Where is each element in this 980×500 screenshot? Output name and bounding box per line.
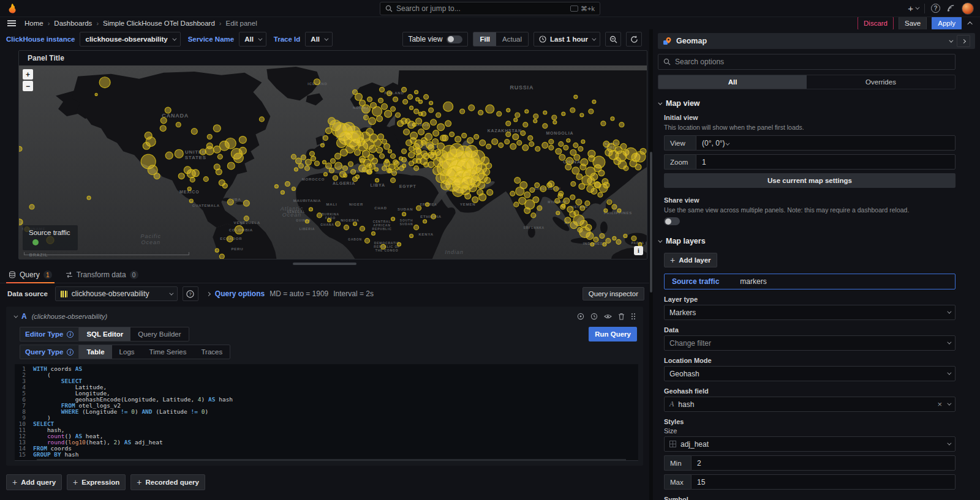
map-marker[interactable]: [543, 124, 548, 129]
map-marker[interactable]: [178, 173, 184, 179]
map-marker[interactable]: [478, 110, 483, 115]
map-marker[interactable]: [600, 234, 605, 239]
tab-query[interactable]: Query 1: [9, 267, 52, 283]
map-marker[interactable]: [408, 121, 415, 129]
map-marker[interactable]: [558, 193, 563, 198]
map-marker[interactable]: [381, 244, 386, 249]
map-marker[interactable]: [589, 109, 594, 114]
map-marker[interactable]: [624, 234, 627, 238]
map-marker[interactable]: [402, 88, 407, 92]
map-marker[interactable]: [506, 132, 511, 137]
map-marker[interactable]: [314, 79, 320, 85]
add-query-button[interactable]: +Add query: [6, 474, 62, 490]
map-marker[interactable]: [483, 168, 490, 176]
map-marker[interactable]: [567, 138, 570, 142]
map-marker[interactable]: [492, 138, 498, 144]
map-marker[interactable]: [414, 109, 419, 114]
map-marker[interactable]: [395, 166, 399, 170]
map-marker[interactable]: [382, 166, 387, 171]
viz-picker-chevron-icon[interactable]: [949, 38, 953, 42]
map-marker[interactable]: [311, 156, 315, 161]
remove-query-icon[interactable]: [618, 313, 625, 320]
map-marker[interactable]: [426, 203, 429, 206]
map-marker[interactable]: [362, 105, 371, 113]
map-layers-section-header[interactable]: Map layers: [658, 237, 975, 245]
map-marker[interactable]: [396, 113, 401, 118]
map-marker[interactable]: [510, 191, 515, 196]
geohash-field-select[interactable]: Ahash×: [664, 397, 956, 412]
map-marker[interactable]: [418, 129, 424, 135]
map-marker[interactable]: [192, 170, 199, 177]
map-marker[interactable]: [398, 242, 401, 246]
query-history-icon[interactable]: [590, 313, 598, 320]
map-marker[interactable]: [176, 122, 181, 127]
size-field-select[interactable]: adj_heat: [664, 436, 956, 452]
map-marker[interactable]: [335, 153, 341, 159]
map-marker[interactable]: [216, 169, 222, 175]
map-marker[interactable]: [606, 238, 611, 243]
map-marker[interactable]: [506, 121, 511, 126]
map-marker[interactable]: [244, 216, 249, 221]
map-marker[interactable]: [537, 206, 542, 211]
map-marker[interactable]: [87, 196, 91, 200]
map-marker[interactable]: [187, 187, 191, 190]
map-marker[interactable]: [605, 149, 612, 156]
map-marker[interactable]: [419, 100, 423, 103]
map-marker[interactable]: [335, 162, 342, 170]
map-marker[interactable]: [535, 146, 540, 151]
tab-all-options[interactable]: All: [658, 75, 807, 89]
map-marker[interactable]: [336, 222, 341, 226]
map-marker[interactable]: [99, 77, 110, 88]
map-marker[interactable]: [143, 142, 150, 149]
map-marker[interactable]: [556, 148, 562, 154]
menu-icon[interactable]: [7, 20, 16, 26]
map-marker[interactable]: [227, 199, 233, 205]
tab-overrides[interactable]: Overrides: [807, 75, 955, 89]
breadcrumb-home[interactable]: Home: [24, 20, 43, 27]
map-marker[interactable]: [598, 170, 605, 176]
recorded-query-button[interactable]: +Recorded query: [130, 474, 205, 490]
refresh-button[interactable]: [626, 32, 642, 47]
query-type-logs[interactable]: Logs: [112, 345, 142, 359]
map-marker[interactable]: [165, 107, 171, 113]
map-marker[interactable]: [515, 113, 520, 118]
map-marker[interactable]: [355, 149, 361, 155]
map-marker[interactable]: [617, 209, 621, 212]
map-marker[interactable]: [351, 170, 356, 174]
map-marker[interactable]: [549, 139, 554, 144]
map-marker[interactable]: [469, 184, 477, 192]
map-marker[interactable]: [165, 152, 173, 159]
map-marker[interactable]: [309, 151, 314, 156]
map-marker[interactable]: [497, 111, 502, 116]
map-marker[interactable]: [259, 117, 264, 122]
map-marker[interactable]: [616, 239, 621, 244]
code-line[interactable]: 14FROM coords: [15, 446, 638, 452]
map-marker[interactable]: [281, 190, 284, 194]
map-marker[interactable]: [367, 170, 372, 174]
variable-value-dropdown[interactable]: All: [305, 32, 333, 47]
map-marker[interactable]: [343, 166, 348, 171]
map-marker[interactable]: [499, 143, 503, 147]
map-marker[interactable]: [402, 149, 407, 154]
map-marker[interactable]: [598, 192, 603, 197]
map-marker[interactable]: [603, 182, 609, 188]
map-marker[interactable]: [572, 167, 579, 174]
map-marker[interactable]: [554, 187, 559, 192]
map-marker[interactable]: [392, 171, 397, 176]
map-marker[interactable]: [474, 135, 479, 140]
map-marker[interactable]: [375, 168, 379, 171]
map-marker[interactable]: [294, 168, 298, 171]
map-marker[interactable]: [154, 173, 160, 179]
map-marker[interactable]: [380, 154, 385, 159]
map-marker[interactable]: [225, 138, 236, 149]
map-marker[interactable]: [570, 222, 578, 229]
map-marker[interactable]: [368, 97, 372, 102]
map-marker[interactable]: [215, 248, 219, 252]
map-marker[interactable]: [329, 168, 334, 173]
map-marker[interactable]: [365, 238, 370, 243]
map-marker[interactable]: [574, 95, 578, 99]
map-marker[interactable]: [611, 117, 614, 121]
search-input[interactable]: [396, 4, 567, 13]
map-marker[interactable]: [472, 196, 478, 203]
map-marker[interactable]: [309, 207, 312, 211]
